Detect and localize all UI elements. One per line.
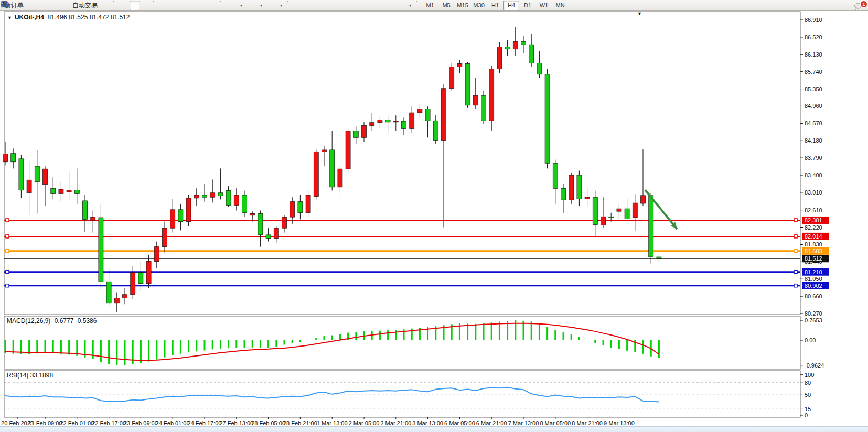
candle	[370, 123, 374, 126]
text-icon[interactable]: A	[374, 1, 383, 10]
candle	[106, 282, 111, 303]
cursor-icon[interactable]	[293, 1, 303, 10]
horizontal-scrollbar[interactable]	[0, 426, 868, 432]
template-button[interactable]: ▾	[266, 0, 285, 10]
candle	[43, 169, 48, 185]
chevron-down-icon: ▾	[260, 3, 262, 8]
chevron-down-icon: ▾	[280, 3, 282, 8]
line-handle[interactable]	[794, 250, 797, 253]
trendline-icon[interactable]	[342, 1, 352, 10]
collapse-triangle-icon[interactable]: ▼	[7, 15, 12, 20]
period-button[interactable]: ▾	[246, 0, 265, 10]
price-tick-label: 86.130	[805, 51, 822, 58]
candle	[569, 175, 574, 200]
timeframe-button-M5[interactable]: M5	[438, 1, 454, 10]
candle	[617, 209, 621, 211]
line-handle[interactable]	[794, 271, 797, 274]
horizontal-line-icon[interactable]	[332, 1, 341, 10]
notifications-button[interactable]: 1	[853, 1, 866, 10]
timeframe-toolbar: M1M5M15M30H1H4D1W1MN	[422, 1, 568, 10]
timeframe-button-H4[interactable]: H4	[503, 1, 519, 10]
price-tick-label: 83.010	[805, 189, 822, 196]
time-tick-label: 23 Feb 09:00	[124, 420, 158, 426]
zoom-in-icon[interactable]	[159, 1, 168, 10]
zoom-out-icon[interactable]	[169, 1, 179, 10]
candle	[489, 69, 494, 121]
scroll-position-marker[interactable]: ▼	[637, 11, 642, 16]
line-chart-icon[interactable]	[141, 1, 151, 10]
toolbar-separator	[113, 1, 116, 9]
candle	[19, 159, 24, 190]
tile-windows-icon[interactable]	[180, 1, 189, 10]
add-indicator-button[interactable]: ▾	[226, 0, 245, 10]
auto-scroll-icon[interactable]	[198, 1, 207, 10]
candle	[330, 150, 335, 187]
chart-shift-icon[interactable]	[208, 1, 218, 10]
candle	[59, 189, 63, 193]
candle	[353, 131, 358, 138]
price-tick-label: 81.830	[805, 241, 822, 247]
price-tick-label: 85.740	[805, 69, 822, 75]
text-label-icon[interactable]: T	[384, 1, 394, 10]
line-handle[interactable]	[794, 284, 797, 287]
candle	[74, 190, 79, 194]
price-tick-label: 84.180	[805, 137, 822, 144]
macd-tick-label: -0.9624	[805, 362, 824, 369]
line-handle[interactable]	[794, 235, 797, 238]
candle	[138, 273, 143, 284]
line-handle[interactable]	[6, 219, 9, 222]
fibonacci-icon[interactable]: F	[363, 1, 373, 10]
timeframe-button-M30[interactable]: M30	[471, 1, 487, 10]
time-tick-label: 21 Feb 09:00	[28, 420, 62, 426]
candle	[481, 95, 486, 121]
candlestick-chart-icon[interactable]	[130, 1, 140, 10]
line-handle[interactable]	[6, 271, 9, 274]
layers-icon[interactable]	[101, 1, 111, 10]
time-tick-label: 6 Mar 21:00	[476, 420, 507, 426]
candle	[51, 188, 56, 193]
auto-trading-button[interactable]: 自动交易	[59, 0, 100, 10]
line-handle[interactable]	[6, 284, 9, 287]
candle	[242, 195, 247, 213]
timeframe-button-MN[interactable]: MN	[552, 1, 568, 10]
candle	[154, 247, 159, 262]
vertical-line-icon[interactable]	[322, 1, 331, 10]
diamond-icon[interactable]	[27, 1, 37, 10]
add-indicator-icon	[229, 1, 238, 10]
chart-canvas[interactable]: 86.91086.52086.13085.74085.35084.96084.5…	[0, 0, 868, 432]
price-badge-value: 82.014	[805, 233, 822, 240]
toolbar-separator	[192, 1, 195, 9]
chart-symbol-header[interactable]: ▼UKOil-,H4 81.496 81.525 81.472 81.512	[7, 14, 130, 21]
timeframe-button-D1[interactable]: D1	[520, 1, 535, 10]
candle	[274, 228, 278, 238]
line-handle[interactable]	[6, 235, 9, 238]
broadcast-icon[interactable]	[48, 1, 58, 10]
candle	[226, 191, 231, 206]
monitor-icon[interactable]	[38, 1, 47, 10]
channel-icon[interactable]: E	[353, 1, 362, 10]
candle	[186, 198, 191, 222]
candle	[338, 169, 342, 187]
candle	[170, 210, 175, 228]
rsi-tick-label: 80	[805, 380, 811, 386]
arrows-button[interactable]: ▾	[395, 0, 414, 10]
rsi-tick-label: 100	[805, 372, 814, 378]
candle	[378, 120, 382, 123]
rsi-tick-label: 50	[805, 392, 811, 398]
timeframe-button-M1[interactable]: M1	[422, 1, 438, 10]
candle	[513, 41, 518, 49]
line-handle[interactable]	[794, 219, 797, 222]
candle	[649, 196, 653, 257]
auto-trading-label: 自动交易	[72, 1, 98, 10]
bar-chart-icon[interactable]	[119, 1, 128, 10]
timeframe-button-H1[interactable]: H1	[487, 1, 503, 10]
crosshair-icon[interactable]	[304, 1, 313, 10]
timeframe-button-W1[interactable]: W1	[536, 1, 552, 10]
line-handle[interactable]	[6, 250, 9, 253]
time-tick-label: 22 Feb 17:00	[92, 420, 126, 426]
candle	[465, 63, 470, 105]
timeframe-button-M15[interactable]: M15	[455, 1, 470, 10]
search-icon[interactable]	[844, 1, 853, 10]
autotrade-icon	[61, 1, 71, 10]
main-pane-frame	[4, 12, 800, 315]
